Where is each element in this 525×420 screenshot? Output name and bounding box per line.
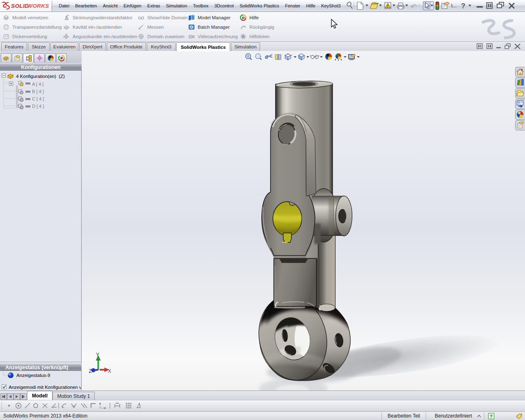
svg-text:ΓT: ΓT <box>5 35 9 38</box>
svg-text:Z: Z <box>89 368 92 374</box>
svg-text:WORKS: WORKS <box>27 3 49 9</box>
svg-text:t...: t... <box>451 3 457 9</box>
svg-text:SOLID: SOLID <box>11 3 29 9</box>
svg-text:?: ? <box>461 2 465 10</box>
svg-text:?: ? <box>490 414 493 419</box>
svg-text:P: P <box>242 16 245 20</box>
svg-text:X: X <box>108 368 111 374</box>
svg-text:P: P <box>60 56 63 60</box>
svg-text:Y: Y <box>96 352 99 358</box>
